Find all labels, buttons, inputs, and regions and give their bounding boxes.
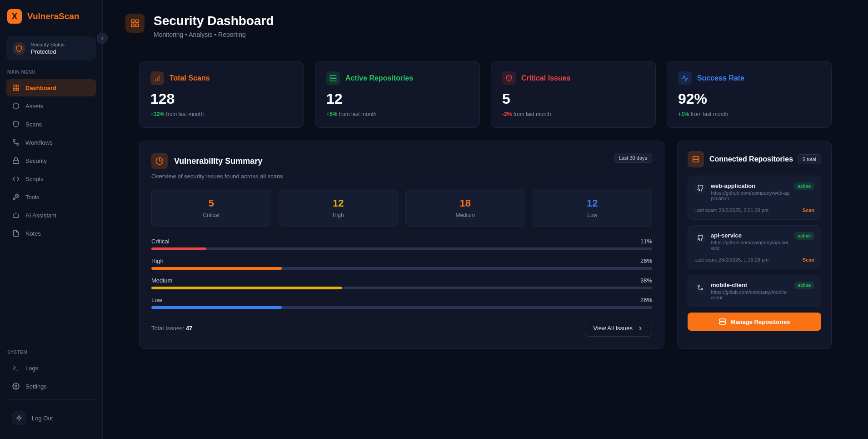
stat-icon <box>326 71 340 85</box>
scan-action[interactable]: Scan <box>803 257 814 262</box>
svg-rect-26 <box>719 319 725 321</box>
bar-label: Low <box>151 297 162 303</box>
svg-rect-1 <box>16 85 19 87</box>
bar-fill <box>151 247 206 250</box>
sidebar-item-settings[interactable]: Settings <box>6 378 96 395</box>
severity-card: 12High <box>279 189 399 227</box>
panel-subtitle: Overview of security issues found across… <box>151 173 283 180</box>
gear-icon <box>12 382 20 390</box>
logout-section: Log Out <box>0 406 102 439</box>
pie-chart-icon <box>151 153 168 169</box>
scan-action[interactable]: Scan <box>803 207 814 213</box>
status-badge: active <box>794 232 814 240</box>
panel-title: Vulnerability Summary <box>174 156 262 166</box>
stats-row: Total Scans 128 +12% from last month Act… <box>125 61 845 128</box>
bar-label: High <box>151 257 164 264</box>
sidebar-item-ai-assistant[interactable]: AI Assistant <box>6 207 96 224</box>
period-badge: Last 30 days <box>614 153 652 163</box>
sidebar-item-logs[interactable]: Logs <box>6 359 96 377</box>
severity-count: 18 <box>414 197 517 209</box>
logo-mark: X <box>7 9 22 24</box>
status-badge: active <box>794 182 814 190</box>
sidebar-item-label: Settings <box>25 383 47 390</box>
file-icon <box>12 229 20 237</box>
repo-provider-icon <box>694 232 706 244</box>
repo-name: api-service <box>711 232 790 239</box>
terminal-icon <box>12 364 20 372</box>
stat-value: 92% <box>678 91 820 107</box>
status-value: Protected <box>31 48 65 55</box>
severity-label: Medium <box>414 212 517 218</box>
repo-provider-icon <box>694 282 706 293</box>
bar-fill <box>151 287 342 289</box>
logo[interactable]: X VulneraScan <box>0 0 102 33</box>
repo-card[interactable]: web-applicationhttps://github.com/compan… <box>688 176 821 220</box>
lock-icon <box>12 156 20 165</box>
bar-track <box>151 247 652 250</box>
stat-icon <box>502 71 516 85</box>
stat-icon <box>678 71 692 85</box>
sidebar-item-assets[interactable]: Assets <box>6 97 96 115</box>
collapse-sidebar-button[interactable] <box>97 33 108 44</box>
severity-card: 18Medium <box>405 189 525 227</box>
dashboard-icon <box>12 84 20 92</box>
bar-percent: 26% <box>640 257 652 264</box>
progress-bar-item: Critical11% <box>151 238 652 250</box>
progress-bar-item: Medium38% <box>151 277 652 289</box>
bar-track <box>151 306 652 309</box>
sidebar-item-notes[interactable]: Notes <box>6 225 96 242</box>
stat-change: +5% from last month <box>326 111 469 117</box>
svg-marker-10 <box>17 415 22 421</box>
bar-percent: 11% <box>640 238 652 245</box>
sidebar-item-label: Assets <box>25 103 43 110</box>
repos-list: web-applicationhttps://github.com/compan… <box>688 176 821 307</box>
progress-bar-item: High26% <box>151 257 652 270</box>
page-header: Security Dashboard Monitoring • Analysis… <box>125 14 845 38</box>
repos-header: Connected Repositories 5 total <box>688 151 821 167</box>
sidebar-item-scripts[interactable]: Scripts <box>6 170 96 187</box>
logout-button[interactable]: Log Out <box>6 406 96 430</box>
severity-label: Low <box>541 212 644 218</box>
stat-card: Critical Issues 5 -2% from last month <box>491 61 656 128</box>
stat-change: +12% from last month <box>150 111 293 117</box>
bar-label: Medium <box>151 277 172 284</box>
stat-card: Total Scans 128 +12% from last month <box>139 61 304 128</box>
stat-change: -2% from last month <box>502 111 644 117</box>
repos-count-badge: 5 total <box>798 154 821 164</box>
page-title: Security Dashboard <box>154 14 274 28</box>
sidebar-item-workflows[interactable]: Workflows <box>6 134 96 151</box>
svg-rect-27 <box>719 322 725 324</box>
sidebar-item-label: Dashboard <box>25 85 56 91</box>
sidebar-item-tools[interactable]: Tools <box>6 188 96 206</box>
svg-rect-3 <box>13 88 15 91</box>
repo-name: web-application <box>711 182 790 189</box>
severity-label: High <box>287 212 390 218</box>
panel-footer: Total Issues: 47 View All Issues <box>151 320 652 337</box>
repo-card[interactable]: mobile-clienthttps://gitlab.com/company/… <box>688 275 821 307</box>
repo-card[interactable]: api-servicehttps://github.com/company/ap… <box>688 225 821 269</box>
manage-repositories-button[interactable]: Manage Repositories <box>688 313 821 331</box>
last-scan-time: Last scan: 28/2/2025, 1:16:28 pm <box>694 257 768 262</box>
wrench-icon <box>12 193 20 201</box>
sidebar-item-label: Tools <box>25 194 39 201</box>
view-all-issues-button[interactable]: View All Issues <box>585 320 652 337</box>
logout-label: Log Out <box>32 415 53 422</box>
repo-url: https://gitlab.com/company/mobile-client <box>711 289 790 300</box>
sidebar-item-scans[interactable]: Scans <box>6 116 96 133</box>
dashboard-icon <box>125 14 145 33</box>
main-menu: MAIN MENU Dashboard Assets Scans Workflo… <box>0 70 102 341</box>
svg-rect-5 <box>17 143 19 145</box>
stat-label: Critical Issues <box>521 74 571 82</box>
server-icon <box>719 318 726 325</box>
code-icon <box>12 175 20 183</box>
status-label: Security Status <box>31 42 65 47</box>
button-label: Manage Repositories <box>731 318 790 325</box>
chevron-left-icon <box>100 35 105 41</box>
svg-rect-18 <box>330 76 336 78</box>
sidebar-item-security[interactable]: Security <box>6 152 96 169</box>
stat-value: 128 <box>150 91 293 107</box>
zap-icon <box>12 411 26 425</box>
stat-card: Active Repositories 12 +5% from last mon… <box>315 61 480 128</box>
sidebar-item-dashboard[interactable]: Dashboard <box>6 79 96 96</box>
sidebar-item-label: Scripts <box>25 176 44 182</box>
